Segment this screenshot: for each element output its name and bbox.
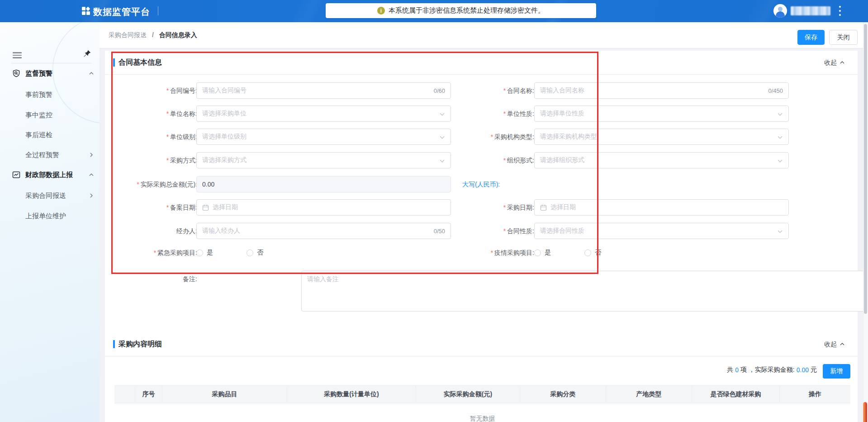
chevron-up-icon [840, 341, 845, 348]
breadcrumb-bar: 采购合同报送 / 合同信息录入 保存 关闭 [100, 22, 863, 48]
section-basic-header: 合同基本信息 收起 [105, 51, 858, 74]
section-detail-collapse[interactable]: 收起 [824, 340, 845, 349]
chevron-down-icon [439, 134, 445, 140]
agency-type-select[interactable]: 请选择采购机构类型 [534, 129, 789, 145]
shield-search-icon [12, 69, 20, 77]
handler-input[interactable]: 请输入经办人0/50 [196, 223, 451, 239]
unit-name-select[interactable]: 请选择采购单位 [196, 106, 451, 122]
app-title: 数据监管平台 [93, 6, 150, 18]
user-avatar[interactable] [773, 4, 787, 18]
epidemic-label: *疫情采购项目: [446, 245, 534, 261]
unit-nature-label: *单位性质: [446, 106, 534, 122]
sidebar-item-post-inspection[interactable]: 事后巡检 [0, 128, 100, 142]
col-item: 采购品目 [162, 386, 287, 403]
empty-data-text: 暂无数据 [114, 403, 850, 422]
col-actions: 操作 [780, 386, 850, 403]
contract-nature-select[interactable]: 请选择合同性质 [534, 223, 789, 239]
total-amount-input: 0.00 [196, 176, 451, 192]
sidebar-group-label: 财政部数据上报 [25, 171, 73, 179]
section-divider [105, 356, 858, 356]
sidebar-item-reporting-unit-maintenance[interactable]: 上报单位维护 [0, 209, 100, 223]
pin-icon[interactable] [83, 49, 91, 58]
contract-name-input[interactable]: 请输入合同名称0/450 [534, 82, 789, 99]
add-row-button[interactable]: 新增 [823, 364, 850, 379]
table-header-row: 序号 采购品目 采购数量(计量单位) 实际采购金额(元) 采购分类 产地类型 是… [114, 385, 850, 403]
info-icon: i [377, 7, 385, 14]
unit-level-label: *单位级别: [109, 129, 197, 145]
security-notice-banner: i 本系统属于非涉密信息系统禁止处理存储涉密文件。 [326, 3, 596, 18]
chevron-down-icon [439, 111, 445, 117]
collapse-sidebar-icon[interactable] [13, 52, 22, 58]
section-basic-collapse[interactable]: 收起 [824, 59, 845, 67]
total-amount-label: *实际采购总金额(元): [109, 176, 197, 192]
sidebar: 监督预警 事前预警 事中监控 事后巡检 全过程预警 [0, 22, 100, 422]
unit-nature-select[interactable]: 请选择单位性质 [534, 106, 789, 122]
radio-circle-icon [247, 249, 253, 256]
sidebar-item-contract-reporting[interactable]: 采购合同报送 [0, 189, 100, 202]
close-button[interactable]: 关闭 [829, 30, 858, 45]
record-date-label: *备案日期: [109, 199, 197, 216]
item-count: 0 [735, 366, 739, 374]
header-divider [158, 6, 158, 15]
section-accent-bar [113, 340, 115, 348]
scrollbar-thumb[interactable] [864, 24, 867, 314]
detail-table: 序号 采购品目 采购数量(计量单位) 实际采购金额(元) 采购分类 产地类型 是… [114, 385, 850, 422]
scrollbar-marker-red[interactable] [863, 402, 867, 422]
sidebar-item-in-process-monitor[interactable]: 事中监控 [0, 108, 100, 122]
chevron-down-icon [777, 228, 783, 234]
radio-circle-icon [534, 249, 541, 256]
detail-summary: 共 0 项 ，实际采购金额: 0.00 元 [727, 366, 817, 374]
contract-no-input[interactable]: 请输入合同编号0/60 [196, 82, 451, 99]
epidemic-no-radio[interactable]: 否 [584, 249, 601, 257]
sidebar-item-whole-process-warning[interactable]: 全过程预警 [0, 148, 100, 162]
username-redacted [791, 6, 830, 15]
chevron-down-icon [439, 158, 445, 163]
chevron-down-icon [777, 134, 783, 140]
urgent-yes-radio[interactable]: 是 [196, 249, 213, 257]
epidemic-radio-group: 是 否 [534, 248, 628, 257]
method-select[interactable]: 请选择采购方式 [196, 152, 451, 168]
sidebar-group-label: 监督预警 [25, 69, 52, 78]
more-menu-icon[interactable] [837, 5, 843, 17]
contract-name-label: *合同名称: [446, 82, 534, 99]
urgent-no-radio[interactable]: 否 [247, 249, 263, 257]
sidebar-item-pre-warning[interactable]: 事前预警 [0, 88, 100, 101]
agency-type-label: *采购机构类型: [446, 129, 534, 145]
calendar-icon [540, 204, 547, 211]
section-basic-title: 合同基本信息 [119, 58, 162, 67]
method-label: *采购方式: [109, 152, 197, 168]
contract-nature-label: *合同性质: [446, 223, 534, 239]
unit-level-select[interactable]: 请选择单位级别 [196, 129, 451, 145]
app-logo-icon [82, 7, 90, 15]
col-amount: 实际采购金额(元) [416, 386, 520, 403]
unit-name-label: *单位名称: [109, 106, 197, 122]
calendar-icon [202, 204, 209, 211]
radio-circle-icon [196, 249, 203, 256]
col-index: 序号 [135, 386, 162, 403]
sidebar-group-mof-reporting[interactable]: 财政部数据上报 [0, 168, 100, 182]
org-form-select[interactable]: 请选择组织形式 [534, 152, 789, 168]
chevron-down-icon [777, 158, 783, 163]
chart-monitor-icon [12, 171, 20, 179]
sidebar-divider [11, 63, 92, 63]
epidemic-yes-radio[interactable]: 是 [534, 249, 551, 257]
col-origin: 产地类型 [606, 386, 692, 403]
chevron-right-icon [89, 152, 94, 158]
remark-textarea[interactable]: 请输入备注 0/999 [301, 271, 868, 312]
contract-no-label: *合同编号: [109, 82, 197, 99]
breadcrumb-parent[interactable]: 采购合同报送 [109, 31, 147, 38]
sidebar-group-supervision[interactable]: 监督预警 [0, 67, 100, 80]
col-quantity: 采购数量(计量单位) [287, 386, 416, 403]
section-divider [105, 74, 858, 75]
purchase-date-picker[interactable]: 选择日期 [534, 199, 789, 216]
purchase-date-label: *采购日期: [446, 199, 534, 216]
record-date-picker[interactable]: 选择日期 [196, 199, 451, 216]
detail-amount: 0.00 [797, 366, 809, 374]
section-accent-bar [113, 58, 115, 67]
chevron-up-icon [840, 59, 845, 67]
breadcrumb-separator: / [152, 31, 154, 38]
remark-label: 备注: [109, 271, 197, 287]
handler-label: 经办人: [109, 223, 197, 239]
save-button[interactable]: 保存 [797, 30, 825, 45]
urgent-radio-group: 是 否 [196, 248, 290, 257]
